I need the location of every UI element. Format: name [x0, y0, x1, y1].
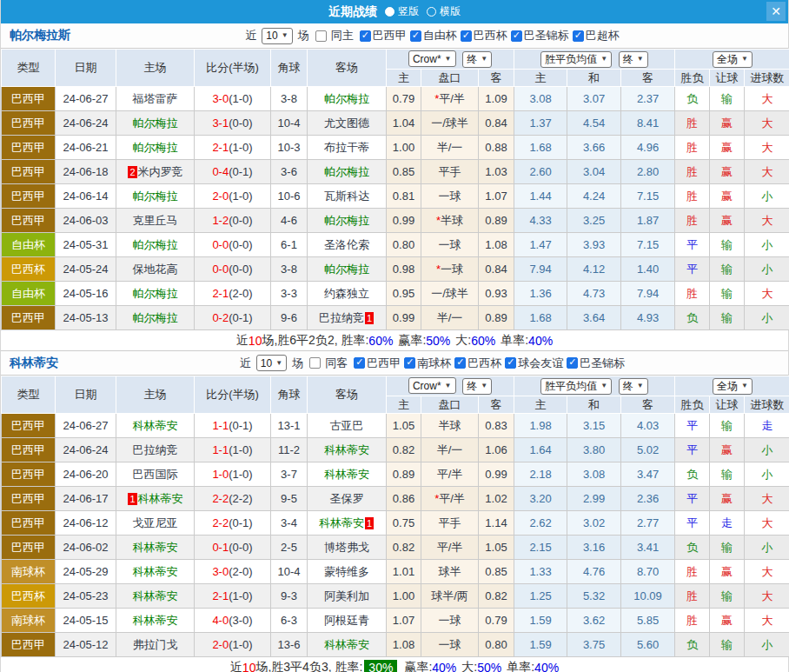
- league-filter-checkbox[interactable]: [410, 30, 421, 42]
- avg-final-select[interactable]: 终▼: [619, 51, 648, 68]
- date-cell: 24-06-24: [56, 111, 116, 136]
- odds-final-select[interactable]: 终▼: [462, 378, 492, 395]
- away-team-cell: 帕尔梅拉: [308, 257, 387, 282]
- date-cell: 24-05-24: [56, 257, 116, 282]
- result-handicap-cell: 输: [710, 87, 745, 111]
- odds-final-select[interactable]: 终▼: [462, 51, 492, 68]
- competition-type-cell: 自由杯: [2, 233, 56, 257]
- fullmatch-select[interactable]: 全场▼: [713, 378, 753, 395]
- match-count-select[interactable]: 10▼: [262, 28, 292, 44]
- same-venue-checkbox[interactable]: [309, 357, 321, 369]
- same-venue-checkbox[interactable]: [315, 30, 327, 42]
- league-filter-label: 自由杯: [423, 28, 457, 43]
- result-handicap-cell: 赢: [710, 136, 745, 160]
- avg-type-select[interactable]: 胜平负均值▼: [540, 378, 612, 395]
- result-handicap-cell: 输: [710, 257, 745, 282]
- col-result-goals: 进球数: [745, 70, 789, 87]
- odds-away-cell: 1.02: [479, 487, 514, 511]
- fulltime-score: 3-0: [212, 92, 229, 105]
- league-filter-checkbox[interactable]: [505, 357, 516, 369]
- score-cell: 2-0(1-0): [195, 184, 271, 209]
- col-home: 主场: [116, 50, 195, 87]
- avg-away-cell: 7.94: [621, 282, 675, 306]
- score-cell: 0-2(0-1): [195, 306, 271, 330]
- result-handicap-cell: 赢: [710, 209, 745, 233]
- avg-final-select[interactable]: 终▼: [619, 378, 648, 395]
- league-filter-checkbox[interactable]: [360, 30, 371, 42]
- team-name-link[interactable]: 科林蒂安: [10, 356, 58, 371]
- fulltime-score: 2-1: [212, 589, 229, 602]
- result-handicap-cell: 赢: [710, 438, 745, 462]
- result-handicap-cell: 输: [710, 536, 745, 560]
- horizontal-layout-radio[interactable]: [427, 7, 436, 17]
- team-name: 科林蒂安: [319, 516, 364, 529]
- team-name: 蒙特维多: [324, 565, 369, 578]
- odds-company-select[interactable]: Crow*▼: [408, 377, 456, 394]
- competition-type-cell: 巴西甲: [2, 438, 56, 462]
- home-team-cell: 保地花高: [116, 257, 195, 282]
- competition-type-cell: 巴西甲: [2, 511, 56, 536]
- league-filter-checkbox[interactable]: [511, 30, 522, 42]
- result-goals-cell: 大: [745, 282, 789, 306]
- vertical-layout-label[interactable]: 竖版: [398, 4, 419, 19]
- league-filter-checkbox[interactable]: [354, 357, 365, 369]
- handicap-value: 一球: [439, 190, 461, 203]
- league-filter-checkbox[interactable]: [461, 30, 472, 42]
- odds-company-select[interactable]: Crow*▼: [408, 50, 456, 67]
- fullmatch-select[interactable]: 全场▼: [713, 51, 753, 68]
- avg-away-cell: 1.87: [621, 209, 675, 233]
- result-goals-cell: 小: [745, 536, 789, 560]
- summary-match-count: 10: [249, 334, 262, 348]
- chevron-down-icon: ▼: [741, 383, 748, 389]
- date-cell: 24-06-14: [56, 184, 116, 209]
- result-goals-cell: 大: [745, 111, 789, 136]
- team-name: 巴拉纳竞: [319, 311, 364, 324]
- fullmatch-select-cell: 全场▼: [675, 376, 789, 396]
- date-cell: 24-05-13: [56, 306, 116, 330]
- home-team-cell: 帕尔梅拉: [116, 184, 195, 209]
- fulltime-score: 2-2: [212, 492, 229, 505]
- league-filter-checkbox[interactable]: [454, 357, 466, 369]
- result-wl-cell: 胜: [675, 560, 710, 584]
- avg-draw-cell: 5.32: [567, 584, 621, 609]
- score-cell: 3-1(0-0): [195, 111, 271, 136]
- close-icon[interactable]: ✕: [766, 2, 786, 21]
- summary-stat-label: 赢率:: [398, 333, 426, 349]
- match-count-select[interactable]: 10▼: [256, 355, 287, 371]
- matches-table: 类型 日期 主场 比分(半场) 角球 客场 Crow*▼ 终▼ 胜平负均值▼ 终…: [1, 376, 789, 657]
- competition-type-cell: 巴西杯: [2, 584, 56, 609]
- col-score: 比分(半场): [195, 50, 271, 87]
- team-name: 帕尔梅拉: [133, 190, 178, 203]
- match-row: 自由杯24-05-31帕尔梅拉0-0(0-0)6-1圣洛伦索0.80一球1.08…: [2, 233, 789, 257]
- avg-draw-cell: 4.73: [567, 282, 621, 306]
- halftime-score: (0-1): [229, 419, 252, 432]
- chevron-down-icon: ▼: [275, 360, 282, 367]
- fulltime-score: 3-0: [212, 565, 229, 578]
- team-name: 科林蒂安: [133, 541, 178, 554]
- horizontal-layout-label[interactable]: 横版: [440, 4, 461, 19]
- halftime-score: (1-0): [229, 443, 252, 456]
- team-name-link[interactable]: 帕尔梅拉斯: [10, 28, 70, 43]
- avg-home-cell: 1.47: [514, 233, 567, 257]
- corner-cell: 13-6: [271, 633, 308, 657]
- league-filter-checkbox[interactable]: [573, 30, 584, 42]
- home-team-cell: 福塔雷萨: [116, 87, 195, 111]
- away-team-cell: 科林蒂安1: [308, 511, 387, 536]
- odds-home-cell: 0.85: [387, 160, 421, 184]
- team-name: 圣洛伦索: [324, 238, 369, 251]
- avg-away-cell: 7.15: [621, 184, 675, 209]
- avg-type-select[interactable]: 胜平负均值▼: [540, 51, 612, 68]
- result-goals-cell: 大: [745, 560, 789, 584]
- same-venue-label: 同客: [325, 356, 348, 371]
- result-goals-cell: 小: [745, 184, 789, 209]
- away-team-cell: 阿根廷青: [308, 609, 387, 633]
- filters-bar: 近10▼场同主巴西甲自由杯巴西杯巴圣锦标巴超杯: [242, 28, 619, 44]
- halftime-score: (1-0): [229, 141, 252, 154]
- fulltime-score: 0-2: [212, 311, 229, 324]
- odds-home-cell: 0.89: [387, 462, 421, 487]
- vertical-layout-radio[interactable]: [385, 7, 394, 17]
- league-filter-checkbox[interactable]: [404, 357, 415, 369]
- result-goals-cell: 小: [745, 257, 789, 282]
- result-wl-cell: 胜: [675, 609, 710, 633]
- league-filter-checkbox[interactable]: [567, 357, 578, 369]
